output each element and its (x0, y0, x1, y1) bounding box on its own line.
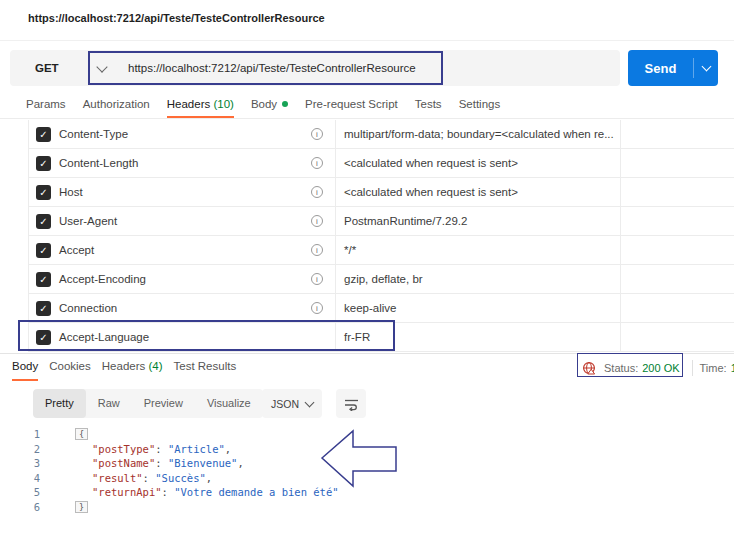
header-key-cell[interactable]: Hosti (59, 178, 336, 206)
wrap-lines-button[interactable] (336, 389, 366, 418)
header-checkbox[interactable]: ✓ (29, 265, 59, 293)
header-value-cell[interactable]: gzip, deflate, br (336, 265, 621, 293)
send-button-label: Send (628, 61, 693, 76)
header-row: ✓ Connectioni keep-alive (28, 294, 734, 323)
info-icon: i (311, 186, 323, 198)
header-key: Content-Type (59, 128, 128, 140)
view-mode-raw[interactable]: Raw (86, 389, 132, 418)
status-label: Status: (604, 362, 638, 374)
json-comma: , (225, 443, 231, 455)
header-key-cell[interactable]: User-Agenti (59, 207, 336, 235)
header-key-cell[interactable]: Accept-Encodingi (59, 265, 336, 293)
header-checkbox[interactable]: ✓ (29, 178, 59, 206)
info-icon: i (311, 215, 323, 227)
code-line: 1{ (0, 427, 734, 442)
view-mode-preview[interactable]: Preview (132, 389, 195, 418)
header-value-cell[interactable]: <calculated when request is sent> (336, 178, 621, 206)
header-checkbox[interactable]: ✓ (29, 323, 59, 351)
code-line: 5"returnApi": "Votre demande a bien été" (0, 485, 734, 500)
format-selector[interactable]: JSON (262, 389, 322, 418)
header-checkbox[interactable]: ✓ (29, 149, 59, 177)
json-colon: : (143, 472, 156, 484)
json-colon: : (155, 457, 168, 469)
json-line: "postType": "Article", (92, 443, 231, 455)
header-key: Accept-Language (59, 331, 149, 343)
header-row: ✓ Content-Lengthi <calculated when reque… (28, 149, 734, 178)
time-value: 12 m (731, 362, 734, 374)
tab-params[interactable]: Params (26, 92, 66, 118)
header-extra-cell (621, 323, 734, 351)
info-icon: i (311, 128, 323, 140)
response-meta-info: Status: 200 OK Time: 12 m (582, 354, 734, 381)
header-checkbox[interactable]: ✓ (29, 236, 59, 264)
header-value-cell[interactable]: */* (336, 236, 621, 264)
body-dot-icon (282, 101, 288, 107)
response-tab-headers-label: Headers (102, 360, 149, 372)
tab-body[interactable]: Body (251, 92, 288, 118)
method-selector[interactable]: GET (10, 62, 98, 74)
header-key-cell[interactable]: Accepti (59, 236, 336, 264)
request-tab-header: https://localhost:7212/api/Teste/TesteCo… (0, 0, 734, 41)
response-tab-headers[interactable]: Headers (4) (102, 354, 163, 381)
line-number: 6 (0, 500, 40, 515)
checkbox-check-icon: ✓ (36, 127, 51, 142)
tab-settings[interactable]: Settings (459, 92, 501, 118)
header-value-cell[interactable]: multipart/form-data; boundary=<calculate… (336, 120, 621, 148)
view-mode-visualize[interactable]: Visualize (195, 389, 263, 418)
header-key-cell[interactable]: Accept-Languagei (59, 323, 336, 351)
response-tab-test-results[interactable]: Test Results (174, 354, 237, 381)
method-chevron-down-icon[interactable] (96, 61, 107, 72)
time-label: Time: (700, 362, 727, 374)
tab-headers-label: Headers (167, 98, 214, 110)
send-button[interactable]: Send (628, 50, 718, 86)
tab-authorization[interactable]: Authorization (83, 92, 150, 118)
header-key-cell[interactable]: Content-Typei (59, 120, 336, 148)
tab-pre-request-script[interactable]: Pre-request Script (305, 92, 398, 118)
json-comma: , (206, 472, 212, 484)
response-tab-body[interactable]: Body (12, 354, 38, 381)
tab-tests[interactable]: Tests (415, 92, 442, 118)
json-colon: : (155, 443, 168, 455)
header-value-cell[interactable]: <calculated when request is sent> (336, 149, 621, 177)
fold-marker[interactable]: { (75, 428, 88, 440)
request-url-bar: GET https://localhost:7212/api/Teste/Tes… (10, 50, 620, 86)
header-key: Accept-Encoding (59, 273, 146, 285)
request-title[interactable]: https://localhost:7212/api/Teste/TesteCo… (28, 12, 325, 24)
header-checkbox[interactable]: ✓ (29, 207, 59, 235)
header-value: <calculated when request is sent> (344, 186, 518, 198)
header-key-cell[interactable]: Connectioni (59, 294, 336, 322)
checkbox-check-icon: ✓ (36, 156, 51, 171)
line-number: 4 (0, 471, 40, 486)
json-line: "result": "Succès", (92, 472, 212, 484)
json-value: "Bienvenue" (168, 457, 238, 469)
header-value: keep-alive (344, 302, 396, 314)
header-value: gzip, deflate, br (344, 273, 423, 285)
header-checkbox[interactable]: ✓ (29, 294, 59, 322)
header-key: User-Agent (59, 215, 117, 227)
code-line: 2"postType": "Article", (0, 442, 734, 457)
checkbox-check-icon: ✓ (36, 301, 51, 316)
info-icon: i (311, 273, 323, 285)
view-mode-pretty[interactable]: Pretty (33, 389, 86, 418)
checkbox-check-icon: ✓ (36, 272, 51, 287)
header-extra-cell (621, 236, 734, 264)
response-view-bar: Pretty Raw Preview Visualize JSON (0, 389, 734, 418)
header-checkbox[interactable]: ✓ (29, 120, 59, 148)
json-key: "postType" (92, 443, 155, 455)
response-section-header: Body Cookies Headers (4) Test Results St… (0, 353, 734, 381)
header-row: ✓ Hosti <calculated when request is sent… (28, 178, 734, 207)
checkbox-check-icon: ✓ (36, 243, 51, 258)
format-selector-value: JSON (271, 398, 299, 410)
send-options-button[interactable] (694, 66, 718, 70)
header-value-cell[interactable]: PostmanRuntime/7.29.2 (336, 207, 621, 235)
tab-headers[interactable]: Headers (10) (167, 92, 234, 118)
url-input[interactable]: https://localhost:7212/api/Teste/TesteCo… (128, 62, 416, 74)
header-key-cell[interactable]: Content-Lengthi (59, 149, 336, 177)
response-tab-cookies[interactable]: Cookies (49, 354, 91, 381)
header-value-cell[interactable]: keep-alive (336, 294, 621, 322)
header-extra-cell (621, 120, 734, 148)
checkbox-check-icon: ✓ (36, 185, 51, 200)
header-value-cell[interactable]: fr-FR (336, 323, 621, 351)
code-line: 4"result": "Succès", (0, 471, 734, 486)
fold-marker[interactable]: } (75, 501, 88, 513)
